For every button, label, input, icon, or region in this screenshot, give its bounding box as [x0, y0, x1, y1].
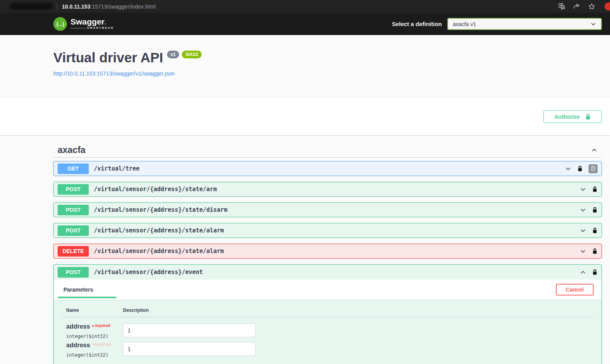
lock-icon[interactable] [577, 165, 583, 172]
lock-icon[interactable] [592, 207, 598, 213]
method-badge: GET [58, 164, 89, 174]
operation-path: /virtual/sensor/{address}/state/disarm [94, 206, 227, 213]
method-badge: POST [58, 205, 89, 215]
chevron-down-icon [590, 21, 596, 27]
chevron-down-icon[interactable] [565, 165, 571, 172]
copy-to-clipboard-button[interactable] [589, 164, 598, 173]
chevron-down-icon[interactable] [580, 186, 586, 193]
swagger-logo-icon: {…} [53, 17, 67, 31]
browser-address-bar[interactable]: 10.0.11.153:15713/swagger/index.html [0, 0, 610, 13]
definition-select[interactable]: axacfa v1 [447, 18, 602, 30]
chevron-down-icon[interactable] [580, 227, 586, 234]
operations-section: axacfa GET /virtual/tree POST /virtual/s… [0, 135, 610, 364]
chevron-down-icon[interactable] [580, 207, 586, 213]
tag-name: axacfa [58, 145, 86, 155]
required-asterisk: * [92, 324, 94, 330]
clipboard-icon [591, 166, 596, 171]
lock-icon[interactable] [592, 186, 598, 192]
smartbear-label: SMARTBEAR [87, 26, 114, 30]
parameter-row-address-2: address required integer($int32) [62, 341, 594, 358]
operation-path: /virtual/sensor/{address}/state/alarm [94, 227, 224, 234]
parameters-table: Name Description address *required integ… [54, 300, 601, 364]
operation-path: /virtual/sensor/{address}/state/arm [94, 186, 217, 193]
operation-path: /virtual/tree [94, 165, 139, 172]
operation-row-post-state-alarm[interactable]: POST /virtual/sensor/{address}/state/ala… [53, 223, 602, 238]
brand-name: Swagger [70, 17, 104, 26]
operation-row-post-event[interactable]: POST /virtual/sensor/{address}/event [54, 265, 601, 280]
column-header-name: Name [66, 308, 123, 313]
required-label: required [93, 342, 111, 346]
parameters-header: Parameters Cancel [54, 280, 601, 300]
operation-block-post-event-expanded: POST /virtual/sensor/{address}/event Par… [53, 264, 602, 364]
page-title: Virtual driver API [53, 50, 163, 65]
parameter-row-address-1: address *required integer($int32) [62, 323, 594, 339]
supported-by-label: Supported by [70, 27, 86, 29]
method-badge: POST [58, 184, 89, 195]
authorize-button[interactable]: Authorize [543, 110, 602, 123]
share-icon[interactable] [573, 3, 580, 10]
operation-row-post-state-disarm[interactable]: POST /virtual/sensor/{address}/state/dis… [53, 202, 602, 217]
chevron-down-icon[interactable] [580, 248, 586, 255]
operation-row-delete-state-alarm[interactable]: DELETE /virtual/sensor/{address}/state/a… [53, 244, 602, 258]
operation-path: /virtual/sensor/{address}/state/alarm [94, 248, 224, 255]
lock-icon[interactable] [592, 269, 598, 275]
column-header-description: Description [123, 308, 149, 313]
chevron-up-icon[interactable] [580, 269, 586, 276]
parameter-type: integer($int32) [66, 334, 123, 339]
tab-parameters[interactable]: Parameters [62, 287, 95, 293]
tag-header-axacfa[interactable]: axacfa [53, 147, 602, 158]
oas3-badge: OAS3 [182, 51, 202, 58]
url-text[interactable]: 10.0.11.153:15713/swagger/index.html [62, 4, 156, 10]
api-info-section: Virtual driver API v1 OAS3 http://10.0.1… [0, 35, 610, 98]
operation-path: /virtual/sensor/{address}/event [94, 269, 203, 276]
swagger-logo: {…} Swagger. Supported bySMARTBEAR [53, 17, 114, 31]
parameter-name: address [66, 323, 90, 330]
cancel-button[interactable]: Cancel [556, 284, 594, 295]
lock-icon[interactable] [592, 227, 598, 234]
parameter-type: integer($int32) [66, 352, 123, 358]
select-definition-label: Select a definition [392, 21, 442, 27]
address-separator [57, 3, 57, 10]
authorize-label: Authorize [554, 114, 580, 120]
operation-row-post-state-arm[interactable]: POST /virtual/sensor/{address}/state/arm [53, 182, 602, 197]
method-badge: POST [58, 267, 89, 278]
method-badge: DELETE [58, 246, 89, 257]
translate-icon[interactable] [559, 3, 565, 10]
spec-json-link[interactable]: http://10.0.11.153:15713/swagger/v1/swag… [53, 70, 175, 77]
brand-dot: . [104, 17, 106, 26]
swagger-topbar: {…} Swagger. Supported bySMARTBEAR Selec… [0, 13, 610, 35]
method-badge: POST [58, 225, 89, 236]
chevron-up-icon[interactable] [591, 147, 598, 153]
browser-profile-avatar[interactable] [605, 2, 610, 11]
parameter-name: address [66, 342, 90, 348]
url-path: :15713/swagger/index.html [90, 4, 155, 10]
lock-icon [585, 113, 591, 120]
address-input[interactable] [123, 324, 255, 337]
scheme-container: Authorize [0, 98, 610, 135]
selected-definition: axacfa v1 [453, 21, 476, 27]
redacted-tab-text [9, 3, 53, 10]
version-badge: v1 [167, 51, 179, 58]
lock-icon[interactable] [592, 248, 598, 254]
required-label: required [95, 324, 110, 328]
bookmark-star-icon[interactable] [588, 3, 595, 10]
url-host: 10.0.11.153 [62, 4, 90, 10]
address-input[interactable] [123, 342, 255, 356]
operation-row-get-virtual-tree[interactable]: GET /virtual/tree [53, 161, 602, 176]
